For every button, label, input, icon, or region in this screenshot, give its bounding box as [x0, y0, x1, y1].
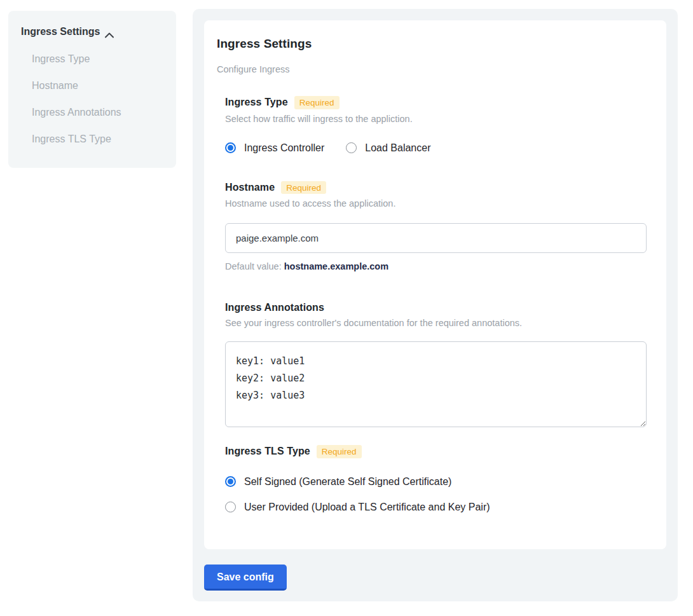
- ingress-annotations-description: See your ingress controller's documentat…: [225, 318, 647, 328]
- radio-ingress-controller[interactable]: Ingress Controller: [225, 142, 324, 154]
- ingress-tls-type-label: Ingress TLS Type: [225, 446, 310, 457]
- hostname-label: Hostname: [225, 182, 275, 193]
- sidebar-item-hostname[interactable]: Hostname: [32, 79, 163, 92]
- radio-load-balancer[interactable]: Load Balancer: [346, 142, 430, 154]
- radio-icon[interactable]: [225, 142, 236, 153]
- ingress-settings-panel: Ingress Settings Configure Ingress Ingre…: [193, 9, 678, 601]
- ingress-settings-card: Ingress Settings Configure Ingress Ingre…: [204, 20, 666, 549]
- hostname-description: Hostname used to access the application.: [225, 198, 647, 209]
- sidebar-section-title: Ingress Settings: [21, 26, 100, 38]
- field-group-ingress-tls-type: Ingress TLS Type Required Self Signed (G…: [225, 445, 647, 513]
- form-fields: Ingress Type Required Select how traffic…: [225, 96, 647, 513]
- radio-icon[interactable]: [225, 476, 236, 487]
- sidebar-item-ingress-type[interactable]: Ingress Type: [32, 53, 163, 65]
- save-config-button[interactable]: Save config: [204, 565, 287, 591]
- ingress-type-radio-group: Ingress Controller Load Balancer: [225, 142, 647, 154]
- hostname-input[interactable]: [225, 223, 647, 253]
- sidebar-item-ingress-annotations[interactable]: Ingress Annotations: [32, 106, 163, 118]
- required-badge: Required: [317, 445, 362, 458]
- sidebar-items: Ingress Type Hostname Ingress Annotation…: [21, 53, 163, 145]
- settings-sidebar: Ingress Settings Ingress Type Hostname I…: [8, 11, 176, 168]
- ingress-annotations-textarea[interactable]: key1: value1 key2: value2 key3: value3: [225, 341, 647, 427]
- required-badge: Required: [294, 96, 340, 109]
- radio-label: Load Balancer: [365, 142, 430, 154]
- ingress-annotations-label: Ingress Annotations: [225, 302, 324, 313]
- field-group-ingress-annotations: Ingress Annotations See your ingress con…: [225, 302, 647, 427]
- ingress-type-description: Select how traffic will ingress to the a…: [225, 114, 647, 124]
- radio-label: Ingress Controller: [244, 142, 324, 154]
- field-group-hostname: Hostname Required Hostname used to acces…: [225, 181, 647, 272]
- field-group-ingress-type: Ingress Type Required Select how traffic…: [225, 96, 647, 154]
- radio-user-provided[interactable]: User Provided (Upload a TLS Certificate …: [225, 502, 647, 513]
- radio-label: User Provided (Upload a TLS Certificate …: [244, 502, 490, 513]
- page-title: Ingress Settings: [217, 37, 654, 51]
- ingress-tls-radio-group: Self Signed (Generate Self Signed Certif…: [225, 476, 647, 513]
- radio-icon[interactable]: [346, 142, 357, 153]
- chevron-up-icon[interactable]: [105, 29, 114, 35]
- page-subtitle: Configure Ingress: [217, 64, 654, 74]
- default-value-prefix: Default value:: [225, 261, 282, 271]
- default-value: hostname.example.com: [284, 261, 388, 271]
- hostname-default-line: Default value:hostname.example.com: [225, 261, 647, 271]
- ingress-type-label: Ingress Type: [225, 97, 288, 108]
- required-badge: Required: [281, 181, 326, 195]
- radio-icon[interactable]: [225, 502, 236, 512]
- sidebar-section-toggle[interactable]: Ingress Settings: [21, 26, 163, 38]
- sidebar-item-ingress-tls-type[interactable]: Ingress TLS Type: [32, 133, 163, 145]
- radio-label: Self Signed (Generate Self Signed Certif…: [244, 476, 451, 488]
- radio-self-signed[interactable]: Self Signed (Generate Self Signed Certif…: [225, 476, 647, 488]
